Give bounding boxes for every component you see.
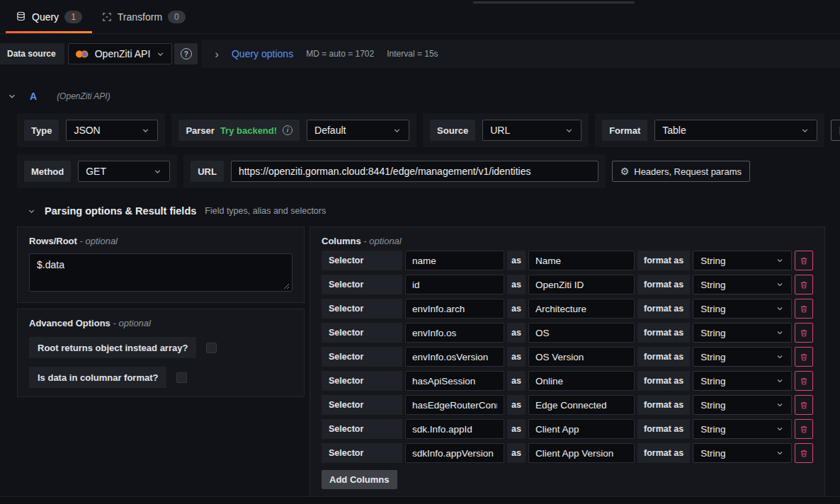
selector-input[interactable] bbox=[405, 395, 504, 415]
format-select[interactable]: String bbox=[693, 275, 792, 294]
collapse-chevron-icon[interactable] bbox=[27, 207, 36, 216]
as-label: as bbox=[507, 299, 526, 319]
chevron-down-icon bbox=[776, 280, 784, 289]
query-options-link[interactable]: Query options bbox=[232, 48, 293, 59]
help-button[interactable]: Help bbox=[831, 120, 840, 141]
headers-request-params-button[interactable]: ⚙ Headers, Request params bbox=[612, 161, 750, 182]
format-select-value: String bbox=[700, 448, 725, 459]
delete-column-button[interactable] bbox=[795, 323, 813, 343]
alias-input[interactable] bbox=[528, 395, 635, 415]
panel-resize-handle[interactable] bbox=[473, 1, 635, 4]
selector-label: Selector bbox=[322, 275, 402, 294]
chevron-down-icon bbox=[776, 449, 784, 457]
type-select[interactable]: JSON bbox=[66, 120, 158, 141]
method-field-group: Method GET bbox=[17, 154, 177, 188]
format-as-label: format as bbox=[637, 275, 690, 294]
datasource-picker[interactable]: OpenZiti API bbox=[68, 43, 173, 64]
columns-label: Columns bbox=[322, 236, 361, 246]
format-select[interactable]: String bbox=[693, 395, 792, 415]
format-select-value: String bbox=[700, 400, 725, 411]
rows-root-optional: - optional bbox=[80, 236, 118, 246]
selector-input[interactable] bbox=[405, 251, 504, 270]
chevron-down-icon bbox=[776, 256, 784, 265]
chevron-down-icon bbox=[776, 353, 784, 361]
datasource-toolbar: Data source OpenZiti API ? › Query optio… bbox=[0, 40, 840, 68]
selector-input[interactable] bbox=[405, 323, 504, 343]
delete-column-button[interactable] bbox=[795, 419, 813, 439]
alias-input[interactable] bbox=[528, 323, 635, 343]
method-select[interactable]: GET bbox=[78, 161, 170, 182]
openziti-logo-icon bbox=[75, 50, 89, 59]
chevron-down-icon bbox=[156, 50, 165, 59]
column-mapping-row: Selector as format as String bbox=[322, 251, 813, 270]
editor-row-2: Method GET URL ⚙ Headers, Request params bbox=[17, 154, 825, 188]
advanced-option-row: Root returns object instead array? bbox=[29, 337, 293, 358]
tab-query[interactable]: Query 1 bbox=[6, 0, 92, 33]
try-backend-hint: Try backend! bbox=[220, 125, 277, 136]
url-input[interactable] bbox=[231, 161, 598, 182]
source-select-value: URL bbox=[490, 125, 510, 136]
delete-column-button[interactable] bbox=[795, 251, 813, 270]
chevron-down-icon bbox=[776, 425, 784, 433]
delete-column-button[interactable] bbox=[795, 395, 813, 415]
advanced-options-title: Advanced Options - optional bbox=[29, 318, 293, 328]
selector-input[interactable] bbox=[405, 419, 504, 439]
alias-input[interactable] bbox=[528, 419, 635, 439]
alias-input[interactable] bbox=[528, 371, 635, 391]
format-as-label: format as bbox=[637, 371, 690, 391]
query-datasource-hint: (OpenZiti API) bbox=[57, 91, 110, 101]
bottom-divider bbox=[0, 496, 840, 504]
alias-input[interactable] bbox=[528, 443, 635, 463]
columnar-format-checkbox[interactable] bbox=[176, 372, 187, 383]
advanced-options-label: Advanced Options bbox=[29, 318, 110, 328]
editor-row-1: Type JSON Parser Try backend! i Default … bbox=[17, 113, 825, 147]
format-select[interactable]: String bbox=[693, 251, 792, 270]
alias-input[interactable] bbox=[528, 299, 635, 319]
selector-label: Selector bbox=[322, 299, 402, 319]
delete-column-button[interactable] bbox=[795, 443, 813, 463]
alias-input[interactable] bbox=[528, 275, 635, 294]
advanced-options-optional: - optional bbox=[113, 318, 150, 328]
format-select[interactable]: String bbox=[693, 347, 792, 367]
format-select[interactable]: String bbox=[693, 443, 792, 463]
format-field-group: Format Table bbox=[595, 113, 824, 147]
tab-transform[interactable]: Transform 0 bbox=[92, 0, 195, 33]
trash-icon bbox=[800, 353, 808, 362]
delete-column-button[interactable] bbox=[795, 299, 813, 319]
format-select-value: String bbox=[700, 256, 725, 266]
collapse-chevron-icon[interactable] bbox=[7, 91, 17, 101]
parsing-section-subtitle: Field types, alias and selectors bbox=[205, 206, 326, 216]
parsing-section-header: Parsing options & Result fields Field ty… bbox=[17, 205, 825, 217]
format-select[interactable]: String bbox=[693, 323, 792, 343]
root-returns-object-checkbox[interactable] bbox=[206, 343, 217, 353]
alias-input[interactable] bbox=[528, 251, 635, 270]
delete-column-button[interactable] bbox=[795, 275, 813, 294]
parser-select[interactable]: Default bbox=[307, 120, 409, 141]
type-select-value: JSON bbox=[74, 125, 100, 136]
datasource-help-button[interactable]: ? bbox=[174, 43, 198, 64]
selector-input[interactable] bbox=[405, 275, 504, 294]
parser-field-group: Parser Try backend! i Default bbox=[171, 113, 416, 147]
format-select[interactable]: String bbox=[693, 371, 792, 391]
format-select[interactable]: Table bbox=[654, 120, 817, 141]
selector-input[interactable] bbox=[405, 371, 504, 391]
selector-input[interactable] bbox=[405, 299, 504, 319]
source-select[interactable]: URL bbox=[482, 120, 581, 141]
resize-grip-icon[interactable] bbox=[283, 283, 290, 290]
delete-column-button[interactable] bbox=[795, 371, 813, 391]
parsing-section-title: Parsing options & Result fields bbox=[45, 205, 196, 217]
alias-input[interactable] bbox=[528, 347, 635, 367]
add-columns-button[interactable]: Add Columns bbox=[322, 470, 397, 489]
format-select[interactable]: String bbox=[693, 419, 792, 439]
source-field-group: Source URL bbox=[423, 113, 589, 147]
delete-column-button[interactable] bbox=[795, 347, 813, 367]
format-as-label: format as bbox=[637, 347, 690, 367]
as-label: as bbox=[507, 323, 526, 343]
question-circle-icon: ? bbox=[181, 48, 192, 59]
query-options-bar: › Query options MD = auto = 1702 Interva… bbox=[202, 40, 840, 68]
selector-input[interactable] bbox=[405, 443, 504, 463]
format-select[interactable]: String bbox=[693, 299, 792, 319]
selector-label: Selector bbox=[322, 443, 402, 463]
selector-input[interactable] bbox=[405, 347, 504, 367]
rows-root-textarea[interactable]: $.data bbox=[29, 253, 293, 292]
